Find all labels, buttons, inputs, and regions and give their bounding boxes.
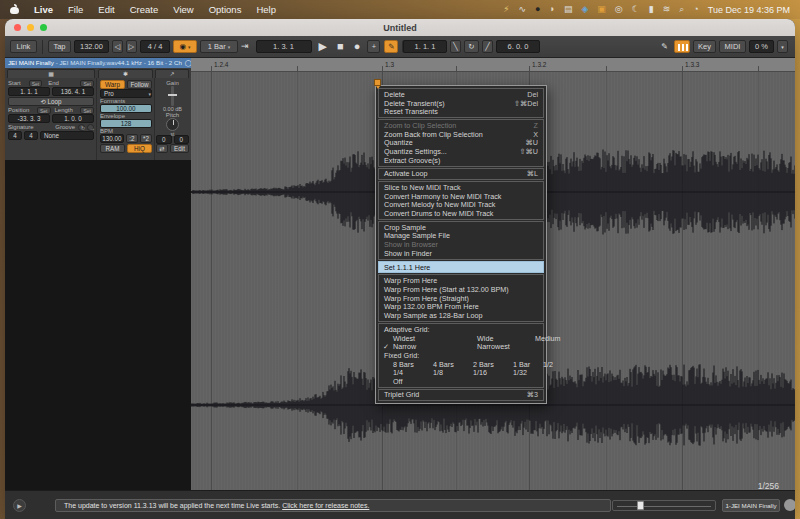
tempo-field[interactable]: 132.00 (74, 40, 109, 53)
commit-groove-icon[interactable]: ↻ (78, 124, 85, 131)
menu-item-4-bars[interactable]: 4 Bars (433, 360, 473, 369)
edit-button[interactable]: Edit (170, 144, 189, 153)
warp-button[interactable]: Warp (100, 80, 125, 89)
menu-item-manage-sample-file[interactable]: Manage Sample File (379, 232, 543, 241)
menu-item-activate-loop[interactable]: Activate Loop⌘L (379, 170, 543, 179)
menu-item-1-2[interactable]: 1/2 (543, 360, 553, 369)
menu-item-warp-132-00-bpm-from-here[interactable]: Warp 132.00 BPM From Here (379, 302, 543, 311)
menu-item-triplet-grid[interactable]: Triplet Grid⌘3 (379, 391, 543, 400)
menubar-item-file[interactable]: File (68, 4, 83, 15)
menu-item-crop-sample[interactable]: Crop Sample (379, 223, 543, 232)
overload-indicator[interactable]: ▾ (777, 40, 788, 53)
play-button[interactable]: ▶ (316, 41, 330, 52)
menu-item-show-in-browser[interactable]: Show in Browser (379, 240, 543, 249)
formants-slider[interactable]: 100.00 (100, 104, 152, 113)
pitch-knob[interactable] (166, 118, 179, 131)
nudge-up-button[interactable]: ▷ (126, 40, 137, 53)
loop-toggle-button[interactable]: ⟲ Loop (8, 97, 94, 106)
menu-item-medium[interactable]: Medium (535, 334, 561, 343)
wifi-icon[interactable]: ≋ (663, 5, 671, 14)
draw-icon[interactable]: ✎ (658, 43, 671, 51)
loop-start-field[interactable]: 1. 1. 1 (403, 40, 447, 53)
record-button[interactable]: ● (351, 41, 364, 52)
menu-item-narrowest[interactable]: Narrowest (477, 342, 535, 351)
menu-item-1-4[interactable]: 1/4 (393, 368, 433, 377)
set-length-button[interactable]: Set (80, 107, 94, 114)
menubar-item-edit[interactable]: Edit (98, 4, 114, 15)
menubar-item-options[interactable]: Options (209, 4, 242, 15)
gain-slider[interactable] (171, 86, 174, 106)
menu-item-extract-groove-s[interactable]: Extract Groove(s) (379, 156, 543, 165)
signature-numerator-field[interactable]: 4 (8, 131, 22, 140)
menubar-clock[interactable]: Tue Dec 19 4:36 PM (708, 5, 790, 15)
menu-item-delete[interactable]: DeleteDel (379, 90, 543, 99)
nudge-down-button[interactable]: ◁ (112, 40, 123, 53)
menu-item-reset-transients[interactable]: Reset Transients (379, 107, 543, 116)
menu-item-warp-from-here-straight[interactable]: Warp From Here (Straight) (379, 294, 543, 303)
follow-button[interactable]: Follow (127, 80, 152, 89)
warp-mode-selector[interactable]: Pro▾ (100, 89, 152, 98)
set-start-button[interactable]: Set (29, 80, 43, 87)
menu-item-1-16[interactable]: 1/16 (473, 368, 513, 377)
reverse-button[interactable]: ⇄ (156, 144, 168, 153)
menu-item-show-in-finder[interactable]: Show in Finder (379, 249, 543, 258)
menu-item-slice-to-new-midi-track[interactable]: Slice to New MIDI Track (379, 183, 543, 192)
follow-button[interactable]: ⇥ (238, 42, 252, 51)
groove-selector[interactable]: None (40, 131, 94, 140)
segment-bpm-field[interactable]: 130.00 (100, 134, 124, 143)
zoom-window-button[interactable] (40, 24, 47, 31)
shield-icon[interactable]: ◈ (581, 5, 588, 14)
apply-groove-icon[interactable]: → (87, 124, 94, 131)
apple-logo-icon[interactable] (10, 5, 19, 14)
quantization-menu[interactable]: 1 Bar▾ (200, 40, 238, 53)
menu-item-convert-melody-to-new-midi-track[interactable]: Convert Melody to New MIDI Track (379, 201, 543, 210)
stop-button[interactable]: ■ (334, 41, 347, 52)
menubar-item-view[interactable]: View (173, 4, 193, 15)
midi-map-button[interactable]: MIDI (719, 40, 746, 53)
menu-item-zoom-back-from-clip-selection[interactable]: Zoom Back from Clip SelectionX (379, 130, 543, 139)
menubar-item-create[interactable]: Create (130, 4, 159, 15)
menu-item-quantize[interactable]: Quantize⌘U (379, 138, 543, 147)
menubar-item-help[interactable]: Help (256, 4, 276, 15)
sample-editor[interactable]: 1.2.41.31.3.21.3.3 1/256 DeleteDelDelete… (191, 58, 795, 490)
loop-length-field[interactable]: 1. 0. 0 (52, 114, 94, 123)
tap-tempo-button[interactable]: Tap (48, 40, 71, 53)
menu-item-8-bars[interactable]: 8 Bars (393, 360, 433, 369)
menu-item-1-8[interactable]: 1/8 (433, 368, 473, 377)
menu-item-widest[interactable]: Widest (393, 334, 477, 343)
time-signature-field[interactable]: 4 / 4 (140, 40, 170, 53)
tab-clip[interactable]: ▦ (7, 69, 95, 78)
menu-item-wide[interactable]: Wide (477, 334, 535, 343)
metronome-toggle[interactable]: ◉▾ (173, 40, 197, 53)
menu-item-warp-from-here[interactable]: Warp From Here (379, 276, 543, 285)
loop-position-field[interactable]: -33. 3. 3 (8, 114, 50, 123)
pitch-coarse-field[interactable]: 0 (156, 135, 172, 144)
menu-item-off[interactable]: Off (393, 377, 433, 386)
update-notification[interactable]: The update to version 11.3.13 will be ap… (55, 499, 611, 512)
start-marker-icon[interactable] (374, 79, 381, 86)
menu-item-zoom-to-clip-selection[interactable]: Zoom to Clip SelectionZ (379, 121, 543, 130)
tab-envelopes[interactable]: ↗ (155, 69, 189, 78)
minimize-window-button[interactable] (27, 24, 34, 31)
shell-icon[interactable]: ◗ (549, 5, 554, 14)
live-app-icon[interactable]: ▣ (597, 5, 606, 14)
midi-keyboard-icon[interactable] (674, 40, 690, 53)
clip-title-bar[interactable]: JEI MAIN Finally - JEI MAIN Finally.wav … (5, 58, 191, 68)
set-end-button[interactable]: Set (80, 80, 94, 87)
menu-item-2-bars[interactable]: 2 Bars (473, 360, 513, 369)
tab-sample[interactable]: ✱ (98, 69, 153, 78)
menu-item-delete-transient-s[interactable]: Delete Transient(s)⇧⌘Del (379, 99, 543, 108)
window-titlebar[interactable]: Untitled (5, 19, 795, 36)
battery-icon[interactable]: ▮ (649, 5, 654, 14)
punch-in-button[interactable]: ╲ (450, 40, 461, 53)
target-icon[interactable]: ◎ (615, 5, 623, 14)
menu-item-set-1-1-1-here[interactable]: Set 1.1.1 Here (379, 263, 543, 272)
clipboard-icon[interactable]: ▤ (564, 5, 573, 14)
close-window-button[interactable] (14, 24, 21, 31)
status-zoom-slider[interactable] (612, 500, 716, 511)
wave-icon[interactable]: ∿ (518, 5, 526, 14)
moon-icon[interactable]: ☾ (632, 5, 640, 14)
hiq-button[interactable]: HiQ (127, 144, 152, 153)
release-notes-link[interactable]: Click here for release notes. (282, 502, 369, 509)
current-clip-name[interactable]: 1-JEI MAIN Finally (722, 499, 780, 512)
